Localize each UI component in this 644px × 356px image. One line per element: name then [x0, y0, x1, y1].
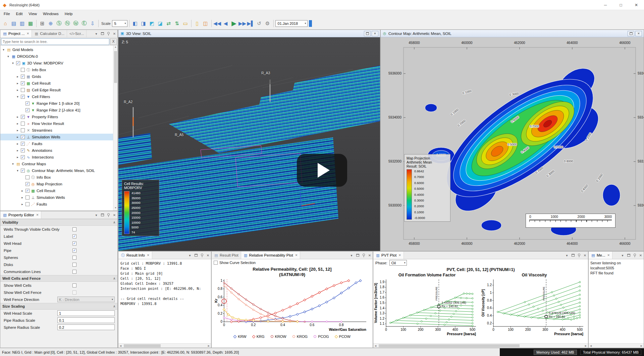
collapse-icon[interactable]: ▾ — [11, 61, 15, 65]
expand-icon[interactable]: ▸ — [16, 82, 19, 85]
scroll-left-icon[interactable]: ◀ — [373, 344, 378, 348]
close-icon[interactable]: ✕ — [638, 252, 644, 259]
close-icon[interactable]: ✕ — [111, 213, 117, 217]
restore-window-button[interactable] — [364, 31, 371, 36]
tree-checkbox[interactable]: ✓ — [21, 95, 25, 99]
menu-down-icon[interactable]: ▾ — [348, 252, 355, 259]
tree-checkbox[interactable]: ✓ — [25, 108, 30, 112]
show-curve-selection-checkbox[interactable] — [214, 261, 218, 265]
tree-checkbox[interactable]: ✓ — [25, 182, 30, 186]
view-west-icon[interactable]: Ⓦ — [72, 19, 80, 28]
view-north-icon[interactable]: Ⓝ — [63, 19, 71, 28]
tree-checkbox[interactable]: ✓ — [25, 101, 30, 105]
section-header[interactable]: Well Cells and Fence∧ — [0, 275, 117, 282]
snapshot-view-icon[interactable]: ▯ — [193, 19, 201, 28]
close-icon[interactable]: ✕ — [205, 252, 211, 259]
expand-icon[interactable]: ▸ — [16, 122, 19, 125]
menu-down-icon[interactable]: ▾ — [564, 252, 570, 259]
tree-checkbox[interactable] — [21, 122, 25, 126]
float-window-icon[interactable] — [99, 30, 105, 37]
video-play-overlay[interactable] — [297, 154, 347, 187]
tree-checkbox[interactable] — [25, 175, 30, 179]
tree-item[interactable]: ▾▦DROGON-0 — [0, 53, 117, 60]
result-info-hscrollbar[interactable]: ◀ ▶ — [118, 343, 211, 348]
animation-repeat-icon[interactable]: ↺ — [255, 19, 263, 28]
legend-item-krow[interactable]: KROW — [271, 335, 286, 339]
tree-item[interactable]: ▾✓▣3D View: MOBPORV — [0, 60, 117, 66]
restore-window-button[interactable] — [628, 31, 634, 36]
pvt-visc-chart[interactable]: 0.20.40.60.811.20100200300400500Oil Visc… — [481, 277, 587, 339]
collapse-icon[interactable]: ▾ — [2, 48, 5, 51]
property-checkbox[interactable] — [72, 256, 76, 260]
property-checkbox[interactable]: ✓ — [72, 241, 76, 246]
tab-calculator[interactable]: ▦ Calculator D... — [32, 30, 67, 37]
collapse-icon[interactable]: ▾ — [11, 162, 15, 166]
open-project-icon[interactable]: ⌂ — [1, 19, 9, 28]
float-window-icon[interactable] — [626, 252, 632, 259]
animation-step-forward-icon[interactable]: ▶▶ — [238, 19, 247, 28]
expand-icon[interactable]: ▸ — [16, 135, 19, 139]
maximize-button[interactable]: □ — [613, 0, 629, 10]
scroll-right-icon[interactable]: ▶ — [207, 344, 211, 348]
well-log-plot-icon[interactable]: ▦ — [26, 19, 35, 28]
minimize-button[interactable]: ─ — [598, 0, 613, 10]
tree-item[interactable]: ✓▼Range Filter 1 [I-slice 20] — [0, 100, 117, 107]
property-input[interactable]: 0.2 — [57, 324, 115, 330]
plot-main-window-icon[interactable]: ▤ — [10, 19, 18, 28]
legend-item-pcog[interactable]: PCOG — [314, 335, 329, 339]
expand-icon[interactable]: ▸ — [16, 142, 19, 145]
legend-item-pcow[interactable]: PCOW — [335, 335, 351, 339]
messages-hscrollbar[interactable]: ◀ ▶ — [589, 343, 644, 348]
pvt-fvf-chart[interactable]: 1.11.21.31.41.51.61.71.81.90100200300400… — [373, 277, 480, 339]
menu-down-icon[interactable]: ▾ — [620, 252, 626, 259]
tree-item[interactable]: ▸»Flow Vector Result — [0, 120, 117, 127]
close-icon[interactable]: ✕ — [398, 254, 401, 257]
tree-search-input[interactable] — [1, 38, 109, 45]
scroll-left-icon[interactable]: ◀ — [589, 344, 593, 348]
tree-item[interactable]: ▸✕Streamlines — [0, 127, 117, 134]
pin-icon[interactable] — [576, 252, 582, 259]
float-window-icon[interactable] — [99, 213, 105, 217]
tree-checkbox[interactable]: ✓ — [21, 115, 25, 119]
close-icon[interactable]: ✕ — [147, 254, 150, 257]
zoom-all-icon[interactable]: ⊕ — [47, 19, 55, 28]
property-checkbox[interactable] — [72, 227, 76, 231]
tree-checkbox[interactable]: ✓ — [21, 169, 25, 173]
scale-select[interactable]: 5▾ — [112, 20, 127, 27]
scroll-left-icon[interactable]: ◀ — [118, 344, 123, 348]
tree-item[interactable]: ⓘInfo Box — [0, 174, 117, 181]
tree-item[interactable]: ✓◎Map Projection — [0, 181, 117, 187]
tree-checkbox[interactable] — [21, 68, 25, 72]
close-icon[interactable]: ✕ — [582, 252, 588, 259]
relperm-chart[interactable]: 00.20.40.60.8100.20.40.60.8KrWater/Gas S… — [213, 277, 371, 334]
scrollbar-thumb[interactable] — [379, 344, 520, 347]
section-header[interactable]: Visibility∧ — [0, 219, 117, 226]
pin-icon[interactable] — [105, 30, 111, 37]
tab-messages[interactable]: ▤ Me... ✕ — [589, 252, 612, 259]
view3d-viewport[interactable]: Z: 5 Cell Results: MOBPORV 4148035000300… — [118, 37, 380, 251]
close-window-button[interactable]: ✕ — [635, 31, 642, 36]
property-checkbox[interactable]: ✓ — [72, 249, 76, 253]
tree-checkbox[interactable] — [21, 88, 25, 92]
expand-icon[interactable]: ▸ — [16, 75, 19, 78]
view-east-icon[interactable]: Ⓔ — [80, 19, 88, 28]
phase-select[interactable]: Oil ▾ — [389, 260, 407, 266]
expand-icon[interactable]: ▸ — [16, 155, 19, 159]
pvt-hscrollbar[interactable]: ◀ ▶ — [373, 343, 588, 348]
search-clear-button[interactable]: X — [110, 38, 117, 45]
scroll-up-icon[interactable]: ▲ — [113, 46, 117, 50]
pin-icon[interactable] — [361, 252, 367, 259]
property-input[interactable]: 1 — [57, 310, 115, 316]
close-icon[interactable]: ✕ — [607, 254, 610, 257]
measurement-icon[interactable]: ▭ — [181, 19, 190, 28]
tree-item[interactable]: ▸✓▦Grids — [0, 73, 117, 80]
expand-icon[interactable]: ▸ — [16, 115, 19, 119]
close-window-button[interactable]: ✕ — [372, 31, 378, 36]
close-icon[interactable]: ✕ — [295, 254, 298, 257]
close-icon[interactable]: ✕ — [27, 32, 30, 35]
animation-play-icon[interactable]: ▶ — [230, 19, 238, 28]
scroll-right-icon[interactable]: ▶ — [639, 344, 644, 348]
legend-item-krg[interactable]: KRG — [253, 335, 265, 339]
tree-item[interactable]: ▾▤Grid Models — [0, 46, 117, 53]
menu-file[interactable]: File — [1, 11, 13, 16]
